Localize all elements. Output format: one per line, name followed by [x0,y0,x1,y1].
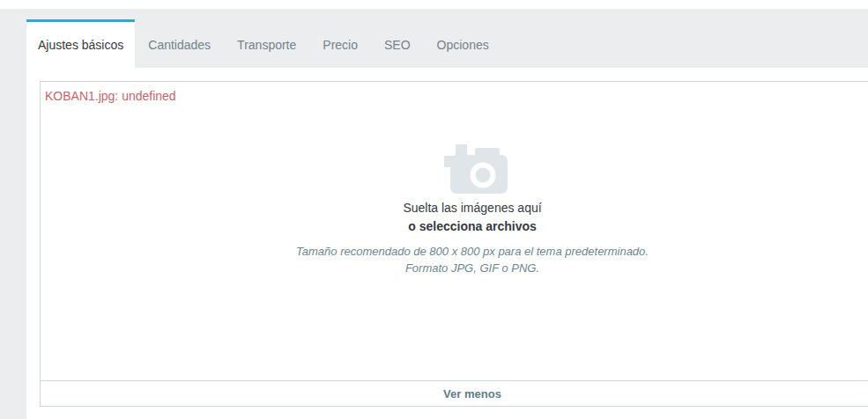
tab-label: Cantidades [148,38,211,52]
tab-label: SEO [384,38,411,52]
add-photo-icon [437,143,508,197]
tab-precio[interactable]: Precio [309,19,371,68]
tab-cantidades[interactable]: Cantidades [135,19,224,68]
tab-transporte[interactable]: Transporte [224,19,309,68]
tab-seo[interactable]: SEO [371,19,424,68]
ver-menos-button[interactable]: Ver menos [443,387,501,401]
product-tabs: Ajustes básicos Cantidades Transporte Pr… [26,19,502,68]
tab-label: Precio [323,38,358,52]
tab-label: Opciones [437,38,489,52]
dropzone-size-hint: Tamaño recomendado de 800 x 800 px para … [41,243,868,260]
tab-ajustes-basicos[interactable]: Ajustes básicos [26,19,135,68]
dropzone-body: Suelta las imágenes aquí o selecciona ar… [41,104,868,276]
tab-label: Transporte [237,38,296,52]
dropzone-instruction: Suelta las imágenes aquí [41,199,868,217]
image-dropzone-panel[interactable]: KOBAN1.jpg: undefined Suelta las imágene… [40,81,868,407]
dropzone-footer: Ver menos [41,380,868,406]
select-files-button[interactable]: o selecciona archivos [41,217,868,235]
tab-opciones[interactable]: Opciones [424,19,502,68]
product-edit-screen: Ajustes básicos Cantidades Transporte Pr… [0,0,868,419]
dropzone-format-hint: Formato JPG, GIF o PNG. [41,260,868,276]
tab-label: Ajustes básicos [38,38,123,52]
upload-error-message: KOBAN1.jpg: undefined [41,82,868,104]
